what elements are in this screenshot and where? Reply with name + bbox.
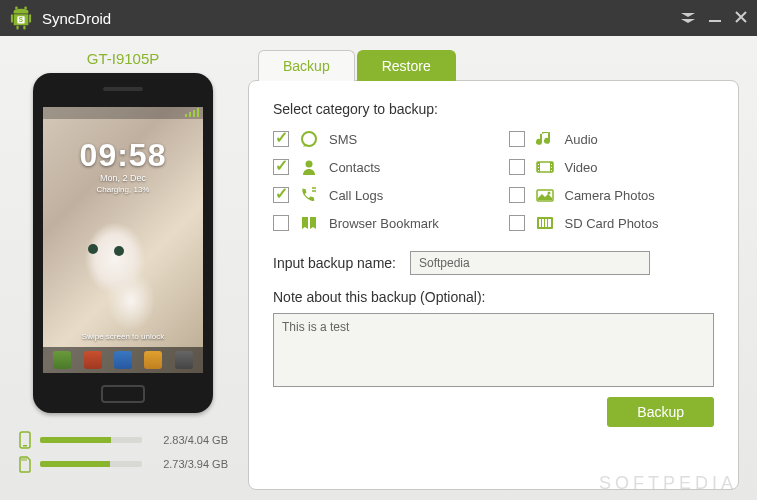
checkbox-contacts[interactable] xyxy=(273,159,289,175)
category-sms: SMS xyxy=(273,129,479,149)
tab-restore[interactable]: Restore xyxy=(357,50,456,81)
sdcard-icon xyxy=(535,213,555,233)
svg-point-1 xyxy=(24,7,27,10)
sd-storage-fill xyxy=(40,461,110,467)
svg-rect-17 xyxy=(538,164,539,165)
video-icon xyxy=(535,157,555,177)
svg-rect-19 xyxy=(538,170,539,171)
audio-icon xyxy=(535,129,555,149)
checkbox-bookmark[interactable] xyxy=(273,215,289,231)
svg-rect-26 xyxy=(539,219,541,227)
bookmark-icon xyxy=(299,213,319,233)
close-icon[interactable] xyxy=(735,10,747,26)
category-contacts: Contacts xyxy=(273,157,479,177)
category-label: Audio xyxy=(565,132,598,147)
swipe-hint: Swipe screen to unlock xyxy=(43,332,203,341)
svg-point-24 xyxy=(547,192,550,195)
svg-rect-5 xyxy=(11,14,13,22)
svg-point-0 xyxy=(15,7,18,10)
svg-rect-9 xyxy=(709,20,721,22)
category-video: Video xyxy=(509,157,715,177)
lockscreen-time: 09:58 xyxy=(43,137,203,174)
minimize-icon[interactable] xyxy=(709,10,721,26)
svg-rect-21 xyxy=(551,167,552,168)
svg-point-12 xyxy=(302,132,316,146)
backup-button[interactable]: Backup xyxy=(607,397,714,427)
app-logo-icon: S xyxy=(10,6,32,30)
svg-rect-6 xyxy=(29,14,31,22)
svg-rect-18 xyxy=(538,167,539,168)
menu-icon[interactable] xyxy=(681,10,695,26)
internal-storage-icon xyxy=(18,431,32,449)
lockscreen-date: Mon, 2 Dec xyxy=(43,173,203,183)
category-label: Call Logs xyxy=(329,188,383,203)
checkbox-camera[interactable] xyxy=(509,187,525,203)
sms-icon xyxy=(299,129,319,149)
select-category-label: Select category to backup: xyxy=(273,101,714,117)
category-camera: Camera Photos xyxy=(509,185,715,205)
checkbox-sdcard[interactable] xyxy=(509,215,525,231)
note-label: Note about this backup (Optional): xyxy=(273,289,714,305)
category-label: Camera Photos xyxy=(565,188,655,203)
internal-storage-text: 2.83/4.04 GB xyxy=(150,434,228,446)
category-bookmark: Browser Bookmark xyxy=(273,213,479,233)
camera-icon xyxy=(535,185,555,205)
svg-rect-8 xyxy=(23,26,25,30)
sd-storage-icon xyxy=(18,455,32,473)
backup-panel: Select category to backup: SMSAudioConta… xyxy=(248,80,739,490)
category-label: Browser Bookmark xyxy=(329,216,439,231)
category-label: Video xyxy=(565,160,598,175)
internal-storage-fill xyxy=(40,437,111,443)
category-sdcard: SD Card Photos xyxy=(509,213,715,233)
checkbox-video[interactable] xyxy=(509,159,525,175)
tab-backup[interactable]: Backup xyxy=(258,50,355,81)
svg-rect-27 xyxy=(542,219,544,227)
device-panel: GT-I9105P 09:58 Mon, 2 Dec Charging, 13%… xyxy=(18,50,228,490)
note-input[interactable] xyxy=(273,313,714,387)
svg-point-13 xyxy=(306,161,313,168)
category-calllogs: Call Logs xyxy=(273,185,479,205)
phone-preview: 09:58 Mon, 2 Dec Charging, 13% Swipe scr… xyxy=(33,73,213,413)
sd-storage-text: 2.73/3.94 GB xyxy=(150,458,228,470)
category-label: SD Card Photos xyxy=(565,216,659,231)
svg-rect-28 xyxy=(545,219,547,227)
contacts-icon xyxy=(299,157,319,177)
checkbox-sms[interactable] xyxy=(273,131,289,147)
app-title: SyncDroid xyxy=(42,10,681,27)
storage-info: 2.83/4.04 GB 2.73/3.94 GB xyxy=(18,431,228,479)
titlebar: S SyncDroid xyxy=(0,0,757,36)
lockscreen-charging: Charging, 13% xyxy=(43,185,203,194)
svg-rect-29 xyxy=(548,219,551,227)
svg-rect-22 xyxy=(551,170,552,171)
svg-rect-20 xyxy=(551,164,552,165)
category-label: Contacts xyxy=(329,160,380,175)
checkbox-audio[interactable] xyxy=(509,131,525,147)
checkbox-calllogs[interactable] xyxy=(273,187,289,203)
backup-name-input[interactable] xyxy=(410,251,650,275)
svg-rect-11 xyxy=(23,445,27,447)
category-label: SMS xyxy=(329,132,357,147)
category-audio: Audio xyxy=(509,129,715,149)
svg-rect-7 xyxy=(16,26,18,30)
backup-name-label: Input backup name: xyxy=(273,255,396,271)
svg-text:S: S xyxy=(19,16,24,23)
device-name: GT-I9105P xyxy=(87,50,160,67)
calllogs-icon xyxy=(299,185,319,205)
